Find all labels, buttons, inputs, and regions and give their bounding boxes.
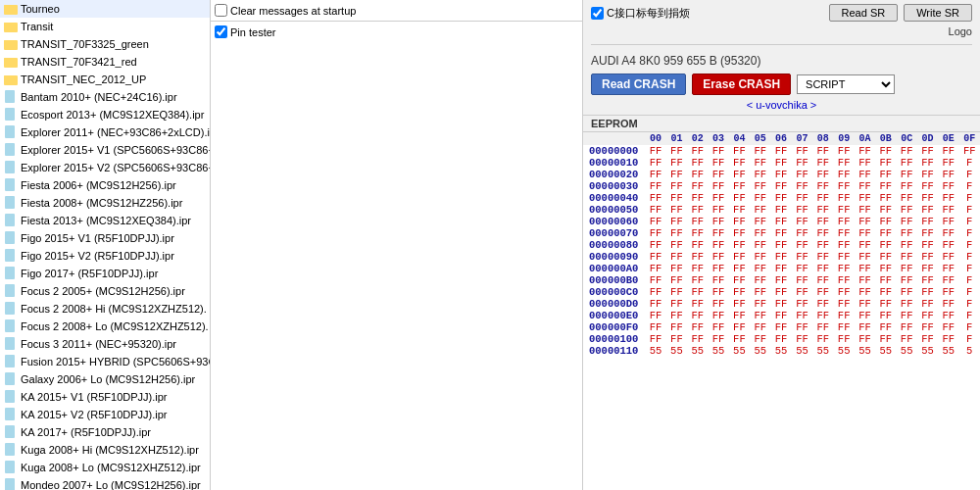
svg-rect-68 — [7, 342, 13, 343]
tree-file-item[interactable]: Figo 2015+ V1 (R5F10DPJJ).ipr — [0, 229, 210, 247]
eeprom-col-header: 0D — [917, 132, 938, 145]
eeprom-value-cell: FF — [750, 251, 770, 263]
user-link[interactable]: < u-vovchika > — [747, 99, 817, 111]
pin-tester-checkbox[interactable] — [215, 25, 227, 38]
svg-rect-34 — [5, 196, 15, 209]
svg-rect-87 — [7, 428, 13, 429]
svg-rect-17 — [7, 115, 11, 116]
eeprom-value-cell: 55 — [666, 345, 687, 357]
file-tree[interactable]: TourneoTransitTRANSIT_70F3325_greenTRANS… — [0, 0, 211, 490]
tree-file-item[interactable]: Fiesta 2008+ (MC9S12HZ256).ipr — [0, 194, 210, 212]
tree-folder-item[interactable]: TRANSIT_70F3421_red — [0, 53, 210, 71]
tree-folder-item[interactable]: Transit — [0, 18, 210, 35]
read-crash-button[interactable]: Read CRASH — [591, 74, 686, 95]
eeprom-value-cell: FF — [812, 298, 833, 310]
c-interface-checkbox-row[interactable]: C接口标每到捐烦 — [591, 6, 690, 21]
eeprom-value-cell: FF — [666, 157, 687, 169]
tree-folder-item[interactable]: TRANSIT_70F3325_green — [0, 35, 210, 53]
eeprom-value-cell: FF — [729, 321, 750, 333]
svg-rect-23 — [7, 146, 13, 147]
eeprom-value-cell: FF — [938, 321, 958, 333]
eeprom-value-cell: FF — [897, 263, 917, 274]
eeprom-row: 000000D0FFFFFFFFFFFFFFFFFFFFFFFFFFFFFFF — [583, 298, 980, 310]
tree-file-item[interactable]: Kuga 2008+ Hi (MC9S12XHZ512).ipr — [0, 441, 210, 459]
script-dropdown[interactable]: SCRIPT — [797, 74, 895, 94]
tree-file-item[interactable]: Explorer 2015+ V1 (SPC5606S+93C86+ — [0, 141, 210, 159]
eeprom-value-cell: FF — [666, 251, 687, 263]
tree-file-item[interactable]: Kuga 2008+ Lo (MC9S12XHZ512).ipr — [0, 459, 210, 476]
write-sr-button[interactable]: Write SR — [904, 4, 972, 22]
pin-tester-checkbox-row[interactable]: Pin tester — [215, 25, 578, 38]
eeprom-value-cell: FF — [875, 216, 896, 227]
right-panel: C接口标每到捐烦 Read SR Write SR Logo AUDI A4 8… — [583, 0, 980, 490]
eeprom-value-cell: FF — [687, 192, 708, 204]
eeprom-value-cell: 55 — [897, 345, 917, 357]
eeprom-value-cell: FF — [666, 192, 687, 204]
clear-messages-checkbox[interactable] — [215, 4, 227, 17]
eeprom-value-cell: FF — [729, 157, 750, 169]
eeprom-value-cell: FF — [938, 145, 958, 157]
svg-rect-29 — [7, 168, 11, 169]
tree-item-label: Figo 2015+ V2 (R5F10DPJJ).ipr — [21, 248, 174, 264]
eeprom-value-cell: FF — [750, 274, 770, 286]
eeprom-value-cell: FF — [708, 239, 728, 251]
tree-file-item[interactable]: Figo 2017+ (R5F10DPJJ).ipr — [0, 265, 210, 282]
tree-file-item[interactable]: Focus 3 2011+ (NEC+95320).ipr — [0, 335, 210, 353]
eeprom-value-cell: FF — [792, 169, 812, 180]
eeprom-row: 00000050FFFFFFFFFFFFFFFFFFFFFFFFFFFFFFF — [583, 204, 980, 216]
eeprom-value-cell: FF — [917, 180, 938, 192]
folder-icon — [4, 73, 18, 86]
tree-file-item[interactable]: Bantam 2010+ (NEC+24C16).ipr — [0, 88, 210, 106]
clear-messages-checkbox-row[interactable]: Clear messages at startup — [215, 4, 356, 17]
tree-file-item[interactable]: Figo 2015+ V2 (R5F10DPJJ).ipr — [0, 247, 210, 265]
eeprom-value-cell: FF — [875, 333, 896, 345]
c-interface-checkbox[interactable] — [591, 7, 604, 20]
tree-file-item[interactable]: KA 2015+ V2 (R5F10DPJJ).ipr — [0, 406, 210, 423]
eeprom-value-cell: FF — [708, 333, 728, 345]
eeprom-row: 000001105555555555555555555555555555555 — [583, 345, 980, 357]
eeprom-value-cell: FF — [708, 216, 728, 227]
tree-file-item[interactable]: Fusion 2015+ HYBRID (SPC5606S+93C — [0, 353, 210, 370]
erase-crash-button[interactable]: Erase CRASH — [692, 74, 791, 95]
eeprom-value-cell: FF — [645, 157, 665, 169]
tree-file-item[interactable]: Galaxy 2006+ Lo (MC9S12H256).ipr — [0, 370, 210, 388]
eeprom-value-cell: FF — [917, 145, 938, 157]
svg-rect-91 — [7, 446, 13, 447]
tree-file-item[interactable]: Fiesta 2013+ (MC9S12XEQ384).ipr — [0, 212, 210, 229]
tree-file-item[interactable]: KA 2017+ (R5F10DPJJ).ipr — [0, 423, 210, 441]
svg-rect-86 — [5, 425, 15, 438]
eeprom-value-cell: FF — [645, 321, 665, 333]
eeprom-value-cell: FF — [792, 192, 812, 204]
eeprom-value-cell: FF — [645, 310, 665, 321]
tree-file-item[interactable]: Focus 2 2008+ Lo (MC9S12XZHZ512). — [0, 318, 210, 335]
file-icon — [4, 125, 18, 139]
eeprom-value-cell: FF — [687, 204, 708, 216]
tree-file-item[interactable]: Focus 2 2008+ Hi (MC9S12XZHZ512). — [0, 300, 210, 318]
tree-folder-item[interactable]: TRANSIT_NEC_2012_UP — [0, 71, 210, 88]
eeprom-value-cell: FF — [770, 169, 791, 180]
tree-file-item[interactable]: Fiesta 2006+ (MC9S12H256).ipr — [0, 176, 210, 194]
svg-rect-66 — [5, 337, 15, 350]
eeprom-table-body: 00000000FFFFFFFFFFFFFFFFFFFFFFFFFFFFFFFF… — [583, 145, 980, 357]
tree-file-item[interactable]: KA 2015+ V1 (R5F10DPJJ).ipr — [0, 388, 210, 406]
eeprom-value-cell: FF — [833, 251, 854, 263]
tree-file-item[interactable]: Explorer 2015+ V2 (SPC5606S+93C86+ — [0, 159, 210, 176]
eeprom-value-cell: FF — [897, 298, 917, 310]
tree-file-item[interactable]: Focus 2 2005+ (MC9S12H256).ipr — [0, 282, 210, 300]
eeprom-value-cell: FF — [687, 286, 708, 298]
eeprom-value-cell: FF — [770, 333, 791, 345]
tree-folder-item[interactable]: Tourneo — [0, 0, 210, 18]
eeprom-value-cell: FF — [938, 227, 958, 239]
eeprom-value-cell: FF — [645, 204, 665, 216]
eeprom-value-cell: FF — [897, 274, 917, 286]
read-sr-button[interactable]: Read SR — [829, 4, 899, 22]
svg-rect-78 — [5, 390, 15, 403]
eeprom-value-cell: FF — [792, 157, 812, 169]
tree-file-item[interactable]: Ecosport 2013+ (MC9S12XEQ384).ipr — [0, 106, 210, 123]
svg-rect-84 — [7, 413, 13, 414]
tree-file-item[interactable]: Explorer 2011+ (NEC+93C86+2xLCD).i — [0, 123, 210, 141]
svg-rect-38 — [5, 214, 15, 226]
eeprom-value-cell: FF — [750, 192, 770, 204]
eeprom-table-container[interactable]: 000102030405060708090A0B0C0D0E0F 0000000… — [583, 132, 980, 490]
tree-file-item[interactable]: Mondeo 2007+ Lo (MC9S12H256).ipr — [0, 476, 210, 490]
